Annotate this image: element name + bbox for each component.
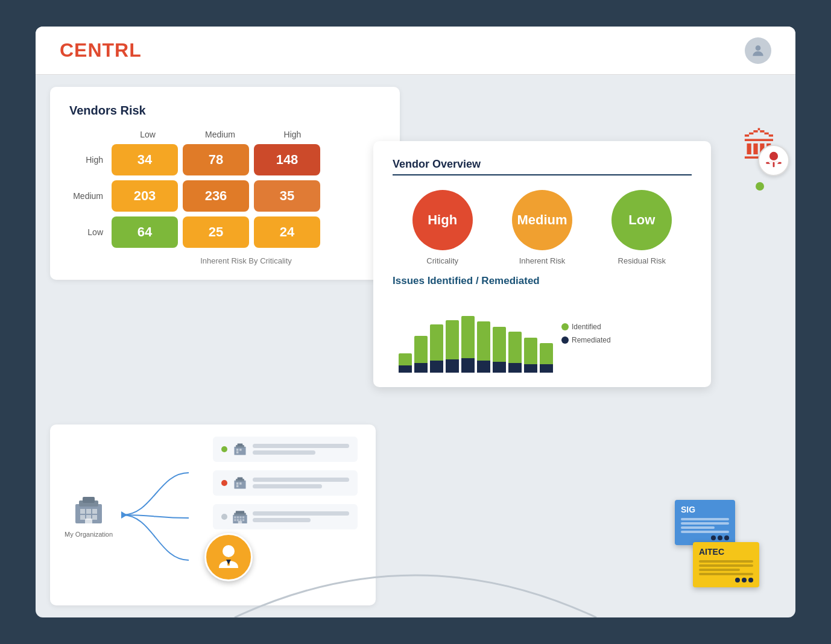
- overview-circles: High Criticality Medium Inherent Risk Lo…: [393, 190, 692, 265]
- svg-rect-3: [773, 162, 775, 168]
- inherent-risk-label: Inherent Risk: [519, 256, 566, 265]
- cell-high-low: 34: [112, 144, 178, 175]
- cell-medium-medium: 236: [183, 180, 249, 212]
- doc-icons-aitec: [699, 578, 753, 582]
- aitec-lines: [699, 560, 753, 575]
- bar-group: [461, 316, 475, 373]
- svg-rect-19: [239, 449, 241, 450]
- bar-chart: Identified Remediated: [393, 294, 692, 373]
- user-avatar[interactable]: [745, 37, 771, 64]
- svg-point-0: [756, 45, 761, 51]
- svg-rect-20: [236, 451, 238, 453]
- criticality-item: High Criticality: [412, 190, 473, 265]
- bar-remediated: [524, 364, 537, 373]
- doc-line: [681, 526, 715, 529]
- cell-medium-high: 35: [254, 180, 320, 212]
- doc-line: [681, 522, 729, 525]
- svg-rect-26: [236, 485, 238, 487]
- bar-remediated: [540, 364, 553, 373]
- cell-high-high: 148: [254, 144, 320, 175]
- bar-remediated: [477, 361, 490, 373]
- svg-rect-25: [239, 482, 241, 484]
- medium-circle: Medium: [512, 190, 572, 250]
- inherent-risk-item: Medium Inherent Risk: [512, 190, 572, 265]
- title-divider: [393, 174, 692, 175]
- col-high: High: [256, 130, 329, 139]
- bottom-arc-svg: [204, 521, 627, 617]
- row-label-low: Low: [69, 227, 112, 237]
- person-icon: [213, 541, 244, 573]
- sig-label: SIG: [681, 505, 729, 514]
- bar-group: [508, 332, 522, 373]
- chart-legend: Identified Remediated: [561, 323, 611, 344]
- svg-rect-33: [242, 516, 244, 518]
- remediated-dot: [561, 336, 569, 344]
- bar-group: [477, 321, 490, 373]
- bar-group: [430, 324, 443, 373]
- doc-icon: [748, 578, 753, 582]
- table-row: High 34 78 148: [69, 144, 381, 175]
- aitec-document: AITEC: [693, 542, 759, 587]
- bar-identified: [399, 353, 412, 365]
- doc-line: [681, 531, 729, 533]
- svg-point-1: [769, 152, 778, 160]
- bar-remediated: [430, 361, 443, 373]
- connector-dot: [756, 182, 764, 191]
- high-label: High: [428, 212, 457, 228]
- bar-group: [540, 343, 553, 373]
- identified-label: Identified: [572, 323, 601, 331]
- svg-rect-13: [92, 515, 97, 520]
- vendor-lines: [253, 444, 349, 455]
- table-row: Low 64 25 24: [69, 216, 381, 248]
- app-window: CENTRL Vendors Risk Low Medium High: [36, 27, 795, 617]
- bar-group: [399, 353, 412, 373]
- org-building-icon: [71, 492, 107, 528]
- bar-identified: [430, 324, 443, 361]
- risk-table-header: Low Medium High: [112, 130, 381, 139]
- doc-line: [699, 569, 740, 571]
- vendor-line-short: [253, 484, 322, 488]
- aitec-label: AITEC: [699, 547, 753, 557]
- legend-remediated: Remediated: [561, 336, 611, 344]
- svg-point-39: [223, 545, 235, 557]
- cell-low-medium: 25: [183, 216, 249, 248]
- sig-document: SIG: [675, 500, 735, 545]
- low-label: Low: [628, 212, 655, 228]
- svg-rect-30: [234, 516, 236, 518]
- person-avatar-circle: [204, 533, 253, 581]
- bar-identified: [446, 320, 459, 359]
- doc-icon: [711, 535, 716, 540]
- vendor-line: [253, 444, 349, 448]
- medium-label: Medium: [517, 212, 567, 228]
- svg-rect-9: [86, 509, 91, 514]
- criticality-label: Criticality: [426, 256, 458, 265]
- col-low: Low: [112, 130, 184, 139]
- col-medium: Medium: [184, 130, 256, 139]
- vendor-status-gray: [221, 514, 227, 520]
- vendor-lines: [253, 478, 349, 488]
- row-label-medium: Medium: [69, 191, 112, 201]
- bar-remediated: [508, 363, 522, 373]
- bar-group: [493, 327, 506, 373]
- vendors-risk-title: Vendors Risk: [69, 104, 381, 118]
- bar-identified: [477, 321, 490, 361]
- bar-remediated: [414, 363, 428, 373]
- bar-group: [524, 338, 537, 373]
- chart-subtitle: Inherent Risk By Criticality: [112, 256, 381, 265]
- bar-group: [414, 336, 428, 373]
- high-circle: High: [412, 190, 473, 250]
- svg-rect-23: [238, 477, 243, 479]
- doc-line: [699, 573, 753, 575]
- svg-rect-14: [85, 519, 92, 523]
- risk-table: Low Medium High High 34 78 148 Medium 20…: [69, 130, 381, 248]
- identified-dot: [561, 323, 569, 330]
- red-building-icon: 🏛: [742, 129, 777, 164]
- doc-icon: [724, 535, 729, 540]
- svg-rect-32: [239, 516, 241, 518]
- svg-rect-31: [237, 516, 239, 518]
- bar-identified: [524, 338, 537, 364]
- app-logo: CENTRL: [60, 39, 142, 62]
- vendor-overview-card: Vendor Overview High Criticality Medium …: [373, 141, 711, 387]
- vendor-item-2: [213, 470, 358, 496]
- svg-rect-7: [83, 497, 95, 503]
